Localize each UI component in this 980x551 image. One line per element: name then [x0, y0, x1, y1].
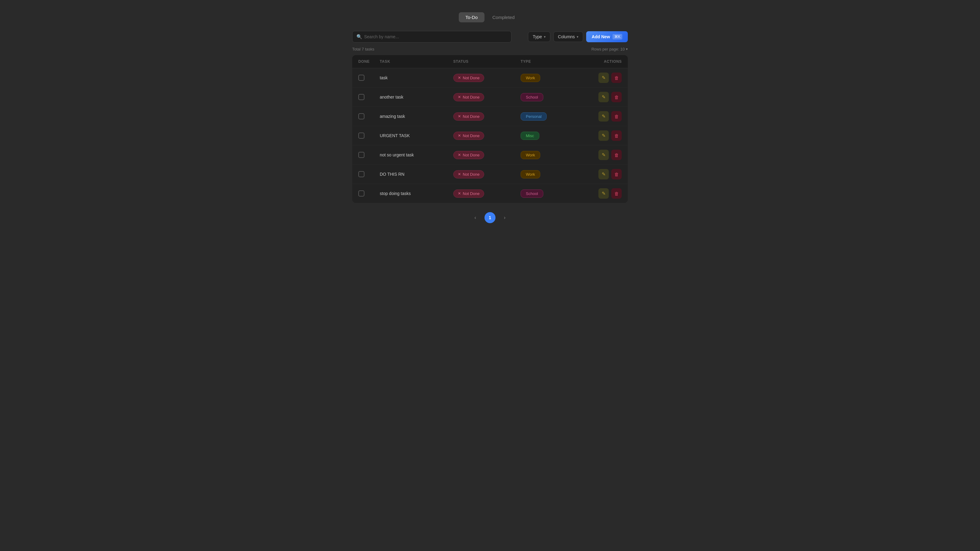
type-badge-3: Misc [520, 132, 539, 140]
actions-cell-1: ✎ 🗑 [576, 92, 622, 102]
stats-row: Total 7 tasks Rows per page: 10 ▾ [352, 47, 628, 51]
task-checkbox-3[interactable] [358, 133, 364, 139]
delete-button-5[interactable]: 🗑 [611, 169, 622, 179]
status-cell-1: ✕ Not Done [453, 93, 520, 101]
chevron-down-icon: ▾ [626, 47, 628, 51]
task-name-2: amazing task [380, 114, 453, 119]
status-badge-5: ✕ Not Done [453, 170, 484, 178]
status-cell-6: ✕ Not Done [453, 189, 520, 198]
type-dropdown[interactable]: Type ▾ [528, 32, 550, 42]
status-cell-3: ✕ Not Done [453, 132, 520, 140]
status-cell-0: ✕ Not Done [453, 74, 520, 82]
delete-button-6[interactable]: 🗑 [611, 188, 622, 198]
task-name-4: not so urgent task [380, 152, 453, 157]
prev-page-button[interactable]: ‹ [470, 212, 481, 223]
edit-button-5[interactable]: ✎ [598, 169, 609, 179]
edit-button-2[interactable]: ✎ [598, 111, 609, 122]
tab-todo[interactable]: To-Do [459, 12, 485, 22]
checkbox-cell-5 [358, 171, 380, 177]
type-cell-2: Personal [520, 112, 576, 121]
status-x-icon: ✕ [458, 95, 461, 99]
actions-cell-6: ✎ 🗑 [576, 188, 622, 198]
task-table: DONE TASK STATUS TYPE ACTIONS task ✕ Not… [352, 55, 628, 203]
actions-cell-3: ✎ 🗑 [576, 130, 622, 141]
col-actions: ACTIONS [576, 59, 622, 64]
total-tasks: Total 7 tasks [352, 47, 374, 51]
status-badge-1: ✕ Not Done [453, 93, 484, 101]
checkbox-cell-3 [358, 133, 380, 139]
type-badge-1: School [520, 93, 543, 101]
type-badge-6: School [520, 189, 543, 198]
col-done: DONE [358, 59, 380, 64]
delete-button-4[interactable]: 🗑 [611, 150, 622, 160]
status-badge-3: ✕ Not Done [453, 132, 484, 140]
edit-button-4[interactable]: ✎ [598, 150, 609, 160]
checkbox-cell-6 [358, 191, 380, 197]
page-wrapper: To-Do Completed 🔍 Type ▾ Columns ▾ Add N… [352, 12, 628, 223]
type-badge-2: Personal [520, 112, 547, 121]
page-1-button[interactable]: 1 [485, 212, 495, 223]
next-page-button[interactable]: › [499, 212, 510, 223]
col-task: TASK [380, 59, 453, 64]
task-name-1: another task [380, 95, 453, 100]
status-x-icon: ✕ [458, 76, 461, 80]
rows-per-page-selector[interactable]: Rows per page: 10 ▾ [591, 47, 628, 51]
table-row: DO THIS RN ✕ Not Done Work ✎ 🗑 [352, 165, 628, 184]
task-checkbox-5[interactable] [358, 171, 364, 177]
table-header: DONE TASK STATUS TYPE ACTIONS [352, 55, 628, 68]
edit-button-0[interactable]: ✎ [598, 73, 609, 83]
actions-cell-5: ✎ 🗑 [576, 169, 622, 179]
table-row: amazing task ✕ Not Done Personal ✎ 🗑 [352, 107, 628, 126]
type-cell-6: School [520, 189, 576, 198]
search-box: 🔍 [352, 31, 511, 43]
edit-button-6[interactable]: ✎ [598, 188, 609, 198]
status-x-icon: ✕ [458, 191, 461, 195]
task-name-0: task [380, 75, 453, 80]
type-badge-5: Work [520, 170, 540, 178]
tab-bar: To-Do Completed [352, 12, 628, 22]
search-icon: 🔍 [356, 34, 362, 40]
edit-button-3[interactable]: ✎ [598, 130, 609, 141]
columns-dropdown[interactable]: Columns ▾ [554, 32, 583, 42]
task-checkbox-0[interactable] [358, 75, 364, 81]
col-status: STATUS [453, 59, 520, 64]
add-new-button[interactable]: Add New ⌘K [586, 31, 628, 42]
table-body: task ✕ Not Done Work ✎ 🗑 another task [352, 68, 628, 203]
keyboard-shortcut: ⌘K [612, 34, 622, 40]
status-cell-4: ✕ Not Done [453, 151, 520, 159]
actions-cell-2: ✎ 🗑 [576, 111, 622, 122]
toolbar-right: Type ▾ Columns ▾ Add New ⌘K [528, 31, 628, 42]
task-checkbox-6[interactable] [358, 191, 364, 197]
delete-button-1[interactable]: 🗑 [611, 92, 622, 102]
add-new-label: Add New [592, 34, 610, 39]
checkbox-cell-1 [358, 94, 380, 100]
task-name-5: DO THIS RN [380, 172, 453, 176]
chevron-down-icon: ▾ [544, 35, 546, 39]
task-checkbox-4[interactable] [358, 152, 364, 158]
status-x-icon: ✕ [458, 133, 461, 138]
table-row: task ✕ Not Done Work ✎ 🗑 [352, 68, 628, 87]
type-cell-0: Work [520, 74, 576, 82]
chevron-down-icon: ▾ [577, 35, 579, 39]
delete-button-0[interactable]: 🗑 [611, 73, 622, 83]
type-cell-3: Misc [520, 132, 576, 140]
type-cell-4: Work [520, 151, 576, 159]
edit-button-1[interactable]: ✎ [598, 92, 609, 102]
type-badge-4: Work [520, 151, 540, 159]
checkbox-cell-4 [358, 152, 380, 158]
search-input[interactable] [352, 31, 511, 43]
tab-completed[interactable]: Completed [486, 12, 522, 22]
status-cell-2: ✕ Not Done [453, 112, 520, 121]
type-badge-0: Work [520, 74, 540, 82]
type-cell-5: Work [520, 170, 576, 178]
delete-button-3[interactable]: 🗑 [611, 130, 622, 141]
delete-button-2[interactable]: 🗑 [611, 111, 622, 122]
task-checkbox-2[interactable] [358, 113, 364, 119]
task-name-6: stop doing tasks [380, 191, 453, 196]
task-checkbox-1[interactable] [358, 94, 364, 100]
actions-cell-0: ✎ 🗑 [576, 73, 622, 83]
actions-cell-4: ✎ 🗑 [576, 150, 622, 160]
type-cell-1: School [520, 93, 576, 101]
table-row: URGENT TASK ✕ Not Done Misc ✎ 🗑 [352, 126, 628, 145]
status-badge-0: ✕ Not Done [453, 74, 484, 82]
